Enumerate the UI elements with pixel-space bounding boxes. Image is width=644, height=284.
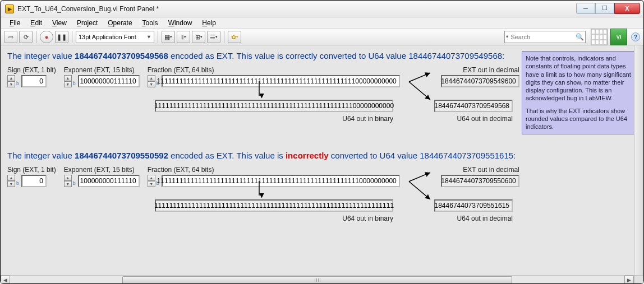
radix-icon: b xyxy=(16,180,19,186)
sign-input[interactable]: 0 xyxy=(21,75,47,87)
svg-line-0 xyxy=(409,73,430,82)
horizontal-scrollbar[interactable]: ◀ ▶ xyxy=(1,275,643,284)
exponent-spinner[interactable]: ▲▼ xyxy=(64,75,72,87)
sign-group: Sign (EXT, 1 bit) ▲▼ b 0 xyxy=(7,66,56,87)
sign-group-2: Sign (EXT, 1 bit) ▲▼ b 0 xyxy=(7,166,56,187)
menu-edit[interactable]: Edit xyxy=(26,18,47,28)
u64-dec-group-2: 18446744073709551615 U64 out in decimal xyxy=(434,199,513,222)
ext-out-label-2: EXT out in decimal xyxy=(463,166,519,174)
abort-button[interactable]: ● xyxy=(40,31,53,43)
svg-line-3 xyxy=(409,173,430,181)
exponent-input[interactable]: 100000000111110 xyxy=(78,75,140,87)
exponent-input-2[interactable]: 100000000111110 xyxy=(78,175,140,187)
window-title: EXT_To_U64_Conversion_Bug.vi Front Panel… xyxy=(17,5,159,13)
u64-dec-group: 18446744073709549568 U64 out in decimal xyxy=(434,100,513,123)
section-correct: The integer value 18446744073709549568 e… xyxy=(7,51,637,123)
exponent-group: Exponent (EXT, 15 bits) ▲▼ b 10000000011… xyxy=(64,66,140,87)
radix-icon: b xyxy=(16,81,19,86)
exponent-label-2: Exponent (EXT, 15 bits) xyxy=(64,166,140,174)
menubar: File Edit View Project Operate Tools Win… xyxy=(1,17,643,29)
toolbar-separator xyxy=(36,31,36,43)
sign-spinner[interactable]: ▲▼ xyxy=(7,75,15,87)
ext-out-value: 18446744073709549600 xyxy=(441,75,519,87)
fraction-input-2[interactable]: 1111111111111111111111111111111111111111… xyxy=(162,175,400,187)
sign-label-2: Sign (EXT, 1 bit) xyxy=(7,166,56,174)
arrow-split-icon xyxy=(408,166,433,211)
toolbar-separator xyxy=(72,31,72,43)
titlebar: ▶ EXT_To_U64_Conversion_Bug.vi Front Pan… xyxy=(1,1,643,17)
align-button[interactable]: ▦▾ xyxy=(162,31,175,43)
note-text-2: That is why the EXT indicators show roun… xyxy=(526,107,633,131)
resize-button[interactable]: ⊞▾ xyxy=(192,31,205,43)
ext-out-value-2: 18446744073709550600 xyxy=(441,175,519,187)
sign-label: Sign (EXT, 1 bit) xyxy=(7,66,56,74)
u64-dec-value-2: 18446744073709551615 xyxy=(434,199,513,212)
font-selector[interactable]: 13pt Application Font ▼ xyxy=(76,31,154,43)
fraction-input[interactable]: 1111111111111111111111111111111111111111… xyxy=(162,75,400,87)
fraction-group-2: Fraction (EXT, 64 bits) ▲▼ b 11111111111… xyxy=(148,166,400,187)
menu-operate[interactable]: Operate xyxy=(103,18,136,28)
run-continuous-button[interactable]: ⟳ xyxy=(19,31,33,43)
window-buttons: ─ ☐ X xyxy=(576,3,640,14)
scroll-track[interactable] xyxy=(10,276,624,285)
ext-out-label: EXT out in decimal xyxy=(463,66,519,74)
vi-icon[interactable]: VI xyxy=(610,29,627,45)
search-box[interactable]: • 🔍 xyxy=(504,31,586,43)
sign-spinner-2[interactable]: ▲▼ xyxy=(7,175,15,187)
help-button[interactable]: ? xyxy=(631,32,640,41)
run-button[interactable]: ⇨ xyxy=(4,31,17,43)
connector-pane[interactable] xyxy=(591,29,608,45)
labview-icon: ▶ xyxy=(5,4,14,13)
heading-2: The integer value 18446744073709550592 e… xyxy=(7,151,637,160)
fraction-spinner-2[interactable]: ▲▼ xyxy=(148,175,155,187)
radix-icon: b xyxy=(73,81,76,86)
font-label: 13pt Application Font xyxy=(79,34,136,40)
u64-bin-value: 1111111111111111111111111111111111111111… xyxy=(155,100,393,112)
scroll-thumb[interactable] xyxy=(122,276,512,285)
chevron-down-icon: ▼ xyxy=(146,34,151,40)
svg-line-4 xyxy=(409,181,430,199)
maximize-button[interactable]: ☐ xyxy=(595,3,614,14)
fraction-label-2: Fraction (EXT, 64 bits) xyxy=(148,166,400,174)
vertical-scrollbar[interactable] xyxy=(634,45,643,275)
note-text-1: Note that controls, indicators and const… xyxy=(526,54,633,103)
menu-project[interactable]: Project xyxy=(72,18,102,28)
fraction-label: Fraction (EXT, 64 bits) xyxy=(148,66,400,74)
u64-bin-value-2: 1111111111111111111111111111111111111111… xyxy=(155,199,393,212)
distribute-button[interactable]: ⫴▾ xyxy=(177,31,190,43)
arrow-split-icon xyxy=(408,66,433,111)
minimize-button[interactable]: ─ xyxy=(576,3,595,14)
exponent-group-2: Exponent (EXT, 15 bits) ▲▼ b 10000000011… xyxy=(64,166,140,187)
u64-dec-label-2: U64 out in decimal xyxy=(457,215,513,222)
close-button[interactable]: X xyxy=(614,3,640,14)
search-icon: 🔍 xyxy=(576,33,584,41)
svg-line-1 xyxy=(409,82,430,100)
menu-help[interactable]: Help xyxy=(197,18,220,28)
scroll-right-button[interactable]: ▶ xyxy=(624,276,634,285)
toolbar-separator xyxy=(224,31,224,43)
reorder-button[interactable]: ☰▾ xyxy=(207,31,220,43)
menu-window[interactable]: Window xyxy=(164,18,197,28)
exponent-spinner-2[interactable]: ▲▼ xyxy=(64,175,72,187)
pause-button[interactable]: ❚❚ xyxy=(55,31,68,43)
settings-button[interactable]: ✿▾ xyxy=(228,31,241,43)
arrow-down-icon xyxy=(254,80,265,108)
section-incorrect: The integer value 18446744073709550592 e… xyxy=(7,151,637,222)
menu-file[interactable]: File xyxy=(5,18,25,28)
ext-out-group-2: EXT out in decimal 18446744073709550600 xyxy=(441,166,519,187)
u64-bin-label: U64 out in binary xyxy=(155,115,393,123)
menu-tools[interactable]: Tools xyxy=(138,18,163,28)
scroll-left-button[interactable]: ◀ xyxy=(1,276,10,285)
scroll-corner xyxy=(634,276,643,285)
toolbar-separator xyxy=(158,31,158,43)
radix-icon: b xyxy=(73,180,76,186)
sign-input-2[interactable]: 0 xyxy=(21,175,47,187)
fraction-spinner[interactable]: ▲▼ xyxy=(148,75,155,87)
u64-bin-label-2: U64 out in binary xyxy=(155,215,393,222)
fraction-group: Fraction (EXT, 64 bits) ▲▼ b 11111111111… xyxy=(148,66,400,87)
toolbar: ⇨ ⟳ ● ❚❚ 13pt Application Font ▼ ▦▾ ⫴▾ ⊞… xyxy=(1,29,643,45)
menu-view[interactable]: View xyxy=(48,18,71,28)
u64-bin-group-2: 1111111111111111111111111111111111111111… xyxy=(155,199,393,222)
note-box: Note that controls, indicators and const… xyxy=(522,51,637,134)
search-input[interactable] xyxy=(510,34,576,40)
